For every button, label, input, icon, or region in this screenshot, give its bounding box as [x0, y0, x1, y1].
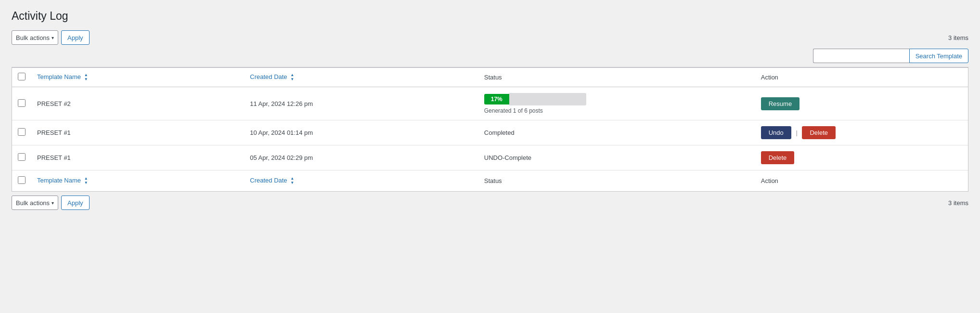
- top-toolbar: Bulk actions ▾ Apply 3 items: [12, 30, 968, 45]
- activity-table-container: Template Name ▲▼ Created Date ▲▼ Status …: [12, 67, 968, 192]
- bottom-toolbar-left: Bulk actions ▾ Apply: [12, 196, 90, 210]
- row2-status: Completed: [478, 120, 755, 145]
- bulk-actions-label-top: Bulk actions: [16, 34, 50, 41]
- top-toolbar-left: Bulk actions ▾ Apply: [12, 30, 90, 45]
- header-created-date-top[interactable]: Created Date ▲▼: [244, 68, 478, 87]
- items-count-bottom: 3 items: [948, 199, 968, 207]
- row2-name: PRESET #1: [31, 120, 244, 145]
- row3-action: Delete: [755, 145, 968, 170]
- bottom-toolbar: Bulk actions ▾ Apply 3 items: [12, 196, 968, 210]
- select-all-checkbox-top[interactable]: [18, 73, 26, 80]
- sort-icon-footer-date: ▲▼: [290, 177, 294, 185]
- progress-bar-row: 17%: [484, 93, 749, 105]
- header-template-name-top[interactable]: Template Name ▲▼: [31, 68, 244, 87]
- template-name-label: Template Name: [37, 73, 81, 80]
- row3-status: UNDO-Complete: [478, 145, 755, 170]
- progress-container: 17% Generated 1 of 6 posts: [484, 93, 749, 114]
- sort-icon-footer-template: ▲▼: [84, 177, 88, 185]
- row1-date: 11 Apr, 2024 12:26 pm: [244, 87, 478, 120]
- select-all-checkbox-bottom[interactable]: [18, 176, 26, 184]
- row1-checkbox-cell: [12, 87, 31, 120]
- table-row: PRESET #1 05 Apr, 2024 02:29 pm UNDO-Com…: [12, 145, 968, 170]
- header-checkbox-cell: [12, 68, 31, 87]
- row2-checkbox[interactable]: [18, 128, 26, 136]
- row3-checkbox-cell: [12, 145, 31, 170]
- sort-icon-template-name: ▲▼: [84, 73, 88, 82]
- table-row: PRESET #2 11 Apr, 2024 12:26 pm 17% Gene…: [12, 87, 968, 120]
- progress-label: Generated 1 of 6 posts: [484, 107, 749, 114]
- row3-checkbox[interactable]: [18, 153, 26, 161]
- resume-button[interactable]: Resume: [761, 97, 799, 110]
- table-row: PRESET #1 10 Apr, 2024 01:14 pm Complete…: [12, 120, 968, 145]
- apply-button-top[interactable]: Apply: [61, 30, 90, 45]
- delete-button-row3[interactable]: Delete: [761, 151, 795, 164]
- top-toolbar-right: 3 items: [948, 34, 968, 41]
- footer-created-date[interactable]: Created Date ▲▼: [244, 170, 478, 192]
- action-separator: |: [796, 129, 797, 136]
- header-status-top: Status: [478, 68, 755, 87]
- footer-status-header: Status: [478, 170, 755, 192]
- row1-checkbox[interactable]: [18, 99, 26, 107]
- bulk-actions-dropdown-bottom[interactable]: Bulk actions ▾: [12, 196, 58, 210]
- row2-checkbox-cell: [12, 120, 31, 145]
- footer-action-header: Action: [755, 170, 968, 192]
- search-bar: Search Template: [813, 49, 968, 63]
- apply-button-bottom[interactable]: Apply: [61, 196, 90, 210]
- progress-pill: 17%: [484, 94, 509, 104]
- row3-date: 05 Apr, 2024 02:29 pm: [244, 145, 478, 170]
- header-action-top: Action: [755, 68, 968, 87]
- undo-button[interactable]: Undo: [761, 126, 791, 139]
- search-template-button[interactable]: Search Template: [909, 49, 968, 63]
- table-header-row-top: Template Name ▲▼ Created Date ▲▼ Status …: [12, 68, 968, 87]
- search-bar-container: Search Template: [12, 49, 968, 63]
- bulk-actions-dropdown-top[interactable]: Bulk actions ▾: [12, 30, 58, 45]
- created-date-label: Created Date: [250, 73, 287, 80]
- row2-date: 10 Apr, 2024 01:14 pm: [244, 120, 478, 145]
- chevron-down-icon-bottom: ▾: [52, 200, 54, 206]
- row1-status: 17% Generated 1 of 6 posts: [478, 87, 755, 120]
- footer-checkbox-cell: [12, 170, 31, 192]
- page-title: Activity Log: [12, 10, 968, 23]
- footer-template-name[interactable]: Template Name ▲▼: [31, 170, 244, 192]
- items-count-top: 3 items: [948, 34, 968, 41]
- table-footer-header-row: Template Name ▲▼ Created Date ▲▼ Status …: [12, 170, 968, 192]
- row1-name: PRESET #2: [31, 87, 244, 120]
- sort-icon-created-date: ▲▼: [290, 73, 294, 82]
- delete-button-row2[interactable]: Delete: [802, 126, 836, 139]
- activity-table: Template Name ▲▼ Created Date ▲▼ Status …: [12, 67, 968, 191]
- chevron-down-icon: ▾: [52, 35, 54, 40]
- row1-action: Resume: [755, 87, 968, 120]
- search-input[interactable]: [813, 49, 909, 63]
- row3-name: PRESET #1: [31, 145, 244, 170]
- bulk-actions-label-bottom: Bulk actions: [16, 199, 50, 207]
- row2-action: Undo | Delete: [755, 120, 968, 145]
- progress-track: [509, 93, 586, 105]
